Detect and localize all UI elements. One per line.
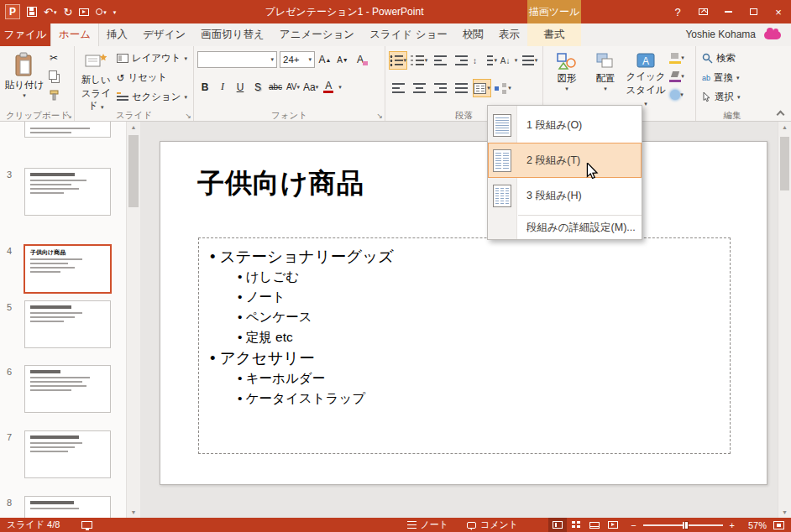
tab-insert[interactable]: 挿入 [99,23,135,46]
font-color-button[interactable]: A [321,79,336,95]
tab-view[interactable]: 表示 [491,23,527,46]
menu-item-more-columns[interactable]: 段組みの詳細設定(M)... [488,217,642,237]
strikethrough-button[interactable]: abc [268,79,283,95]
cloud-account-icon[interactable] [764,31,781,39]
undo-dropdown-caret[interactable]: ▾ [54,9,57,15]
zoom-level[interactable]: 57% [738,520,767,530]
shapes-button[interactable]: 図形 ▾ [547,50,587,108]
bullet-item[interactable]: • キーホルダー [238,368,730,389]
justify-button[interactable] [452,79,470,97]
increase-indent-button[interactable] [452,51,470,70]
slide-canvas[interactable]: 子供向け商品 • ステーショナリーグッズ • けしごむ • ノート • ペンケー… [160,141,767,485]
shape-fill-button[interactable]: ▾ [668,50,686,66]
thumbnail-scrollbar[interactable]: ▲ ▼ [126,122,140,518]
touch-mode-button[interactable]: ▾ [96,8,107,15]
bullet-item[interactable]: • ペンケース [238,307,730,327]
font-size-combo[interactable]: 24+▾ [280,51,315,68]
arrange-button[interactable]: 配置 ▾ [587,50,624,108]
scroll-up-icon[interactable]: ▲ [778,124,791,130]
display-settings-icon[interactable] [81,521,92,529]
tab-design[interactable]: デザイン [135,23,193,46]
bold-button[interactable]: B [197,79,212,95]
start-slideshow-button[interactable] [79,8,89,16]
slides-dialog-launcher[interactable]: ↘ [185,112,191,120]
bullet-item[interactable]: • ケータイストラップ [238,389,730,409]
tab-transitions[interactable]: 画面切り替え [193,23,272,46]
main-scrollbar[interactable]: ▲ ▼ [778,122,791,518]
reset-button[interactable]: ↺リセット [114,69,170,86]
thumbnail-slide-5[interactable] [24,300,111,348]
text-shadow-button[interactable]: S [250,79,265,95]
tab-review[interactable]: 校閲 [455,23,491,46]
paste-caret[interactable]: ▾ [23,92,26,100]
undo-button[interactable]: ↶▾ [44,7,56,18]
font-name-caret[interactable]: ▾ [270,56,274,63]
character-spacing-button[interactable]: AV▾ [285,79,301,95]
new-slide-caret[interactable]: ▾ [101,104,104,110]
normal-view-button[interactable] [548,518,567,532]
align-center-button[interactable] [410,79,428,97]
shape-outline-button[interactable]: ▾ [668,68,686,85]
font-size-caret[interactable]: ▾ [308,56,312,63]
customize-qat-button[interactable]: ▾ [113,9,117,15]
copy-button[interactable] [45,68,63,85]
new-slide-button[interactable]: 新しい スライド ▾ [78,50,114,112]
underline-button[interactable]: U [233,79,248,95]
paste-button[interactable]: 貼り付け ▾ [4,50,45,103]
thumbnail-slide-6[interactable] [24,365,111,413]
font-name-combo[interactable]: ▾ [197,51,277,68]
zoom-slider-thumb[interactable] [684,521,689,529]
help-button[interactable]: ? [665,0,690,23]
slide-sorter-view-button[interactable] [567,518,585,532]
convert-to-smartart-button[interactable]: ▾ [494,79,512,97]
bullet-item[interactable]: • けしごむ [238,267,730,287]
bullet-item[interactable]: • ノート [238,287,730,307]
zoom-in-button[interactable]: + [730,520,735,530]
fit-to-window-button[interactable] [773,521,784,529]
bullets-button[interactable]: ▾ [389,51,407,70]
thumbnail-scrollbar-thumb[interactable] [128,135,139,207]
comments-toggle[interactable]: コメント [467,519,518,531]
menu-item-one-column[interactable]: 1 段組み(O) [488,107,642,143]
format-painter-button[interactable] [45,86,63,103]
decrease-indent-button[interactable] [431,51,449,70]
user-name[interactable]: Yoshie Kohama [685,23,756,46]
layout-button[interactable]: レイアウト▾ [114,50,190,67]
zoom-slider[interactable] [643,524,723,526]
slide-title[interactable]: 子供向け商品 [197,165,364,202]
thumbnail-slide-4-selected[interactable]: 子供向け商品 [24,244,112,294]
numbering-button[interactable]: ▾ [410,51,428,70]
bullet-item[interactable]: • 定規 etc [238,327,730,347]
font-dialog-launcher[interactable]: ↘ [376,112,383,120]
menu-item-three-columns[interactable]: 3 段組み(H) [488,178,642,213]
align-left-button[interactable] [389,79,407,97]
tab-slideshow[interactable]: スライド ショー [362,23,455,46]
slideshow-view-button[interactable] [604,518,622,532]
text-direction-button[interactable]: A↓▾ [500,51,518,70]
columns-button[interactable]: ▾ [473,79,491,97]
bullet-item[interactable]: • ステーショナリーグッズ [210,246,730,267]
thumbnail-slide-8[interactable] [24,496,111,518]
collapse-ribbon-button[interactable] [777,111,785,119]
thumbnail-slide-2-partial[interactable] [24,122,111,138]
align-text-button[interactable]: ▾ [521,51,539,70]
notes-toggle[interactable]: ノート [407,519,449,531]
line-spacing-button[interactable]: ↕▾ [473,51,497,70]
shape-effects-button[interactable]: ▾ [668,86,686,103]
quick-styles-button[interactable]: A クイック スタイル ▾ [624,50,668,108]
zoom-out-button[interactable]: − [631,520,636,530]
increase-font-button[interactable]: A▲ [317,52,333,68]
clear-formatting-button[interactable]: A [353,52,368,68]
ribbon-display-options-button[interactable] [690,0,715,23]
content-placeholder-selected[interactable]: • ステーショナリーグッズ • けしごむ • ノート • ペンケース • 定規 … [198,237,731,454]
reading-view-button[interactable] [585,518,604,532]
save-button[interactable] [27,7,37,17]
font-color-caret[interactable]: ▾ [338,84,342,91]
select-button[interactable]: 選択▾ [699,88,743,106]
tab-home[interactable]: ホーム [50,23,99,46]
scroll-up-icon[interactable]: ▲ [127,124,140,130]
menu-item-two-columns-highlighted[interactable]: 2 段組み(T) [488,143,642,178]
italic-button[interactable]: I [215,79,230,95]
align-right-button[interactable] [431,79,449,97]
minimize-button[interactable] [715,0,741,23]
